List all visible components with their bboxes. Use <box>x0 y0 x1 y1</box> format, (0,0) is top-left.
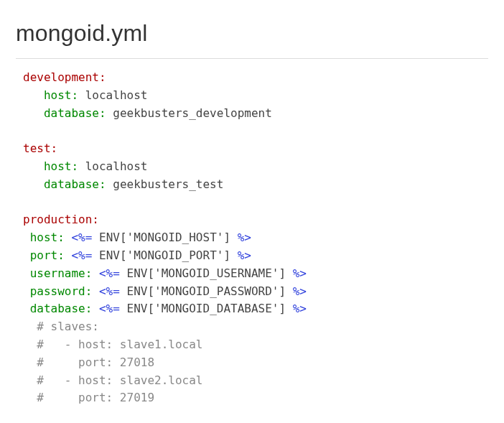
erb-mid: ENV['MONGOID_USERNAME'] <box>127 266 286 280</box>
yaml-key: database: <box>30 302 93 315</box>
yaml-key: username: <box>30 266 93 280</box>
document-container: mongoid.yml development: host: localhost… <box>0 0 504 422</box>
yaml-key: test: <box>23 141 57 155</box>
yaml-key: host: <box>30 231 65 244</box>
divider <box>16 58 488 59</box>
erb-close: %> <box>293 284 307 298</box>
erb-open: <%= <box>99 302 120 315</box>
erb-close: %> <box>293 302 307 315</box>
yaml-key: database: <box>44 106 106 120</box>
yaml-comment: # port: 27019 <box>37 391 154 404</box>
yaml-key: port: <box>30 248 65 262</box>
yaml-key: database: <box>44 177 106 191</box>
erb-open: <%= <box>99 266 120 280</box>
yaml-key: host: <box>44 159 78 173</box>
erb-open: <%= <box>71 231 92 244</box>
yaml-key: host: <box>44 88 78 102</box>
yaml-value: localhost <box>85 159 148 173</box>
erb-close: %> <box>238 248 251 262</box>
erb-open: <%= <box>71 248 92 262</box>
yaml-value: localhost <box>85 88 148 102</box>
erb-mid: ENV['MONGOID_PORT'] <box>99 248 230 262</box>
erb-mid: ENV['MONGOID_HOST'] <box>99 231 230 244</box>
erb-close: %> <box>293 266 307 280</box>
yaml-comment: # slaves: <box>37 320 99 333</box>
erb-close: %> <box>238 231 251 244</box>
erb-mid: ENV['MONGOID_PASSWORD'] <box>127 284 286 298</box>
yaml-key: production: <box>23 213 99 226</box>
erb-mid: ENV['MONGOID_DATABASE'] <box>127 302 286 315</box>
yaml-comment: # - host: slave2.local <box>37 373 202 387</box>
yaml-key: development: <box>23 70 106 84</box>
yaml-value: geekbusters_development <box>113 106 272 120</box>
erb-open: <%= <box>99 284 120 298</box>
yaml-comment: # - host: slave1.local <box>37 338 202 351</box>
yaml-comment: # port: 27018 <box>37 355 154 369</box>
code-block: development: host: localhost database: g… <box>16 69 488 407</box>
page-title: mongoid.yml <box>16 20 488 47</box>
yaml-key: password: <box>30 284 93 298</box>
yaml-value: geekbusters_test <box>113 177 223 191</box>
